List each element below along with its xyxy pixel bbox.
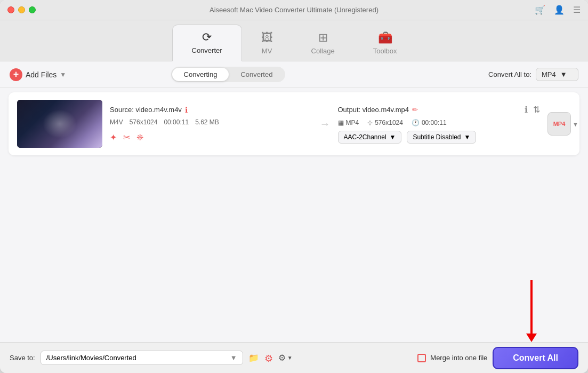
output-format-icon: ▦ (338, 119, 344, 126)
output-filename-row: Output: video.m4v.mp4 ✏ (338, 106, 418, 114)
audio-channel-label: AAC-2Channel (344, 133, 386, 141)
info-icon[interactable]: ℹ (185, 106, 188, 114)
audio-channel-dropdown-icon: ▼ (390, 133, 396, 141)
toolbox-icon: 🧰 (378, 31, 392, 45)
hw-accel-icon: ⚙ (264, 353, 273, 364)
title-icons: 🛒 👤 ☰ (535, 5, 581, 15)
tab-converter-label: Converter (192, 46, 222, 54)
traffic-lights (7, 6, 36, 13)
output-info-button[interactable]: ℹ (525, 105, 528, 115)
convert-all-button[interactable]: Convert All (493, 347, 578, 369)
file-format: M4V (110, 118, 123, 126)
tab-collage[interactable]: ⊞ Collage (292, 26, 354, 61)
format-badge-dropdown-icon: ▼ (573, 121, 578, 128)
close-button[interactable] (7, 6, 14, 13)
save-path-dropdown-icon: ▼ (230, 354, 237, 362)
cart-icon[interactable]: 🛒 (535, 5, 545, 15)
output-format-badge: MP4 (547, 112, 571, 136)
window-title: Aiseesoft Mac Video Converter Ultimate (… (210, 6, 378, 14)
converting-tab[interactable]: Converting (172, 68, 229, 81)
subtitle-dropdown-icon: ▼ (464, 133, 471, 141)
minimize-button[interactable] (18, 6, 25, 13)
file-source-row: Source: video.m4v.m4v ℹ (110, 106, 312, 114)
output-settings-button[interactable]: ⇅ (533, 105, 540, 115)
output-resolution: 576x1024 (375, 119, 403, 126)
file-meta: M4V 576x1024 00:00:11 5.62 MB (110, 118, 312, 126)
bottom-bar: Save to: /Users/link/Movies/Converted ▼ … (0, 342, 588, 373)
output-format: MP4 (346, 119, 359, 126)
file-item: Source: video.m4v.m4v ℹ M4V 576x1024 00:… (9, 92, 579, 155)
tab-toolbox[interactable]: 🧰 Toolbox (354, 26, 416, 61)
format-badge-label: MP4 (553, 121, 566, 127)
main-content: Source: video.m4v.m4v ℹ M4V 576x1024 00:… (0, 88, 588, 342)
save-path-select[interactable]: /Users/link/Movies/Converted ▼ (41, 351, 243, 365)
add-dropdown-icon: ▼ (60, 71, 66, 78)
tab-toolbox-label: Toolbox (373, 47, 397, 55)
output-icons: ℹ ⇅ (525, 105, 540, 115)
settings-gear-icon: ⚙ (278, 353, 286, 363)
file-info-left: Source: video.m4v.m4v ℹ M4V 576x1024 00:… (110, 106, 312, 142)
file-resolution: 576x1024 (130, 118, 158, 126)
mv-icon: 🖼 (261, 31, 273, 45)
output-row: Output: video.m4v.mp4 ✏ ℹ ⇅ (338, 105, 541, 115)
output-selects: AAC-2Channel ▼ Subtitle Disabled ▼ (338, 131, 541, 144)
output-format-item: ▦ MP4 (338, 119, 359, 126)
browse-folder-button[interactable]: 📁 (248, 353, 259, 363)
menu-icon[interactable]: ☰ (573, 5, 581, 15)
tab-mv[interactable]: 🖼 MV (242, 26, 292, 61)
format-select-dropdown[interactable]: MP4 ▼ (536, 68, 578, 81)
file-size: 5.62 MB (195, 118, 219, 126)
file-duration: 00:00:11 (164, 118, 189, 126)
tab-collage-label: Collage (311, 47, 335, 55)
add-files-label: Add Files (26, 70, 57, 79)
color-button[interactable]: ❈ (136, 132, 143, 142)
collage-icon: ⊞ (318, 31, 328, 45)
merge-checkbox[interactable] (417, 354, 426, 362)
edit-filename-icon[interactable]: ✏ (412, 106, 418, 114)
output-clock-icon: 🕐 (412, 119, 420, 126)
format-dropdown-icon: ▼ (560, 70, 567, 78)
hw-acceleration-button[interactable]: ⚙ (264, 351, 273, 365)
settings-dropdown-icon: ▼ (287, 355, 293, 361)
nav-tabs: ⟳ Converter 🖼 MV ⊞ Collage 🧰 Toolbox (0, 20, 588, 61)
save-to-label: Save to: (10, 354, 35, 362)
merge-label: Merge into one file (430, 354, 487, 362)
file-info-right: Output: video.m4v.mp4 ✏ ℹ ⇅ ▦ MP4 ⊹ (338, 105, 541, 144)
enhance-button[interactable]: ✦ (110, 132, 117, 142)
output-resolution-icon: ⊹ (367, 119, 373, 126)
output-duration-item: 🕐 00:00:11 (412, 119, 447, 126)
audio-channel-select[interactable]: AAC-2Channel ▼ (338, 131, 402, 144)
settings-button[interactable]: ⚙ ▼ (278, 353, 293, 363)
subtitle-select[interactable]: Subtitle Disabled ▼ (407, 131, 476, 144)
arrow-divider: → (320, 118, 331, 130)
file-actions: ✦ ✂ ❈ (110, 132, 312, 142)
convert-all-to-label: Convert All to: (488, 70, 531, 78)
add-files-button[interactable]: + Add Files ▼ (10, 68, 66, 81)
source-filename: Source: video.m4v.m4v (110, 106, 182, 114)
converted-tab[interactable]: Converted (229, 68, 284, 81)
file-thumbnail (17, 100, 102, 148)
conversion-tab-group: Converting Converted (171, 67, 286, 82)
user-icon[interactable]: 👤 (554, 5, 565, 15)
maximize-button[interactable] (29, 6, 36, 13)
format-selected-label: MP4 (542, 70, 556, 78)
format-badge-dropdown[interactable]: ▼ (573, 119, 578, 129)
tab-mv-label: MV (262, 47, 272, 55)
output-duration: 00:00:11 (422, 119, 447, 126)
merge-group: Merge into one file (417, 354, 487, 362)
title-bar: Aiseesoft Mac Video Converter Ultimate (… (0, 0, 588, 20)
add-circle-icon: + (10, 68, 22, 81)
toolbar: + Add Files ▼ Converting Converted Conve… (0, 61, 588, 88)
tab-converter[interactable]: ⟳ Converter (172, 25, 242, 61)
output-meta: ▦ MP4 ⊹ 576x1024 🕐 00:00:11 (338, 119, 541, 126)
thumbnail-image (17, 100, 102, 148)
save-path-value: /Users/link/Movies/Converted (46, 354, 136, 362)
trim-button[interactable]: ✂ (123, 132, 130, 142)
output-resolution-item: ⊹ 576x1024 (367, 119, 403, 126)
subtitle-label: Subtitle Disabled (413, 133, 461, 141)
converter-icon: ⟳ (202, 30, 212, 44)
output-filename-label: Output: video.m4v.mp4 (338, 106, 409, 114)
convert-all-to-group: Convert All to: MP4 ▼ (488, 68, 578, 81)
